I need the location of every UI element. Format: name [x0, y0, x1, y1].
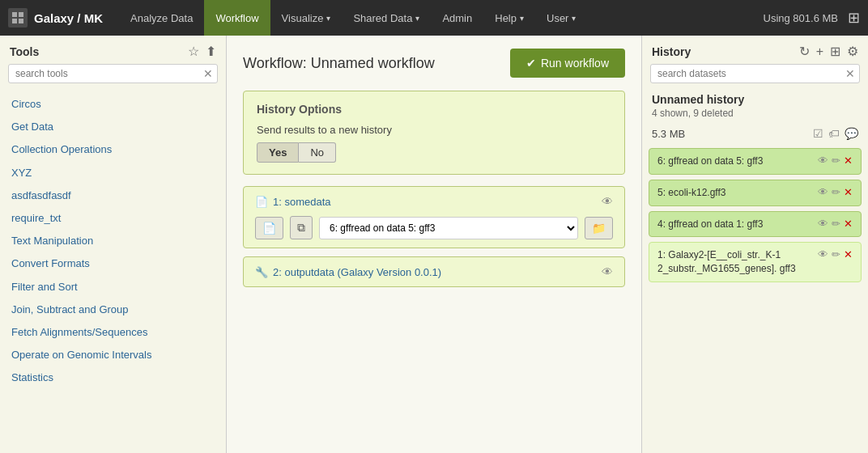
- upload-icon[interactable]: ⬆: [206, 44, 216, 59]
- star-icon[interactable]: ☆: [188, 44, 199, 59]
- history-item-4-delete[interactable]: ✕: [844, 218, 853, 230]
- tool-item-circos[interactable]: Circos: [0, 93, 226, 116]
- history-options-title: History Options: [257, 103, 611, 116]
- history-item-1-delete[interactable]: ✕: [844, 248, 853, 260]
- history-item-1-eye[interactable]: 👁: [818, 248, 828, 260]
- history-item-1-label: 1: Galaxy2-[E__coli_str._K-1 2_substr._M…: [657, 248, 811, 276]
- yes-no-group: Yes No: [257, 142, 611, 163]
- input1-copy-btn[interactable]: 📄: [255, 217, 283, 239]
- history-item-4-edit[interactable]: ✏: [832, 218, 840, 230]
- clear-search-icon[interactable]: ✕: [203, 67, 213, 80]
- output1-section: 🔧 2: outputdata (Galaxy Version 0.0.1) 👁: [243, 256, 625, 287]
- nav-shared-data[interactable]: Shared Data ▾: [342, 0, 431, 36]
- input1-select[interactable]: 6: gffread on data 5: gff3: [319, 217, 578, 239]
- tool-item-join-subtract[interactable]: Join, Subtract and Group: [0, 298, 226, 321]
- history-panel-icons: ↻ + ⊞ ⚙: [799, 44, 858, 59]
- shared-data-caret: ▾: [415, 14, 419, 23]
- tool-item-operate-genomic[interactable]: Operate on Genomic Intervals: [0, 344, 226, 366]
- tool-item-convert-formats[interactable]: Convert Formats: [0, 252, 226, 275]
- sidebar-icon-group: ☆ ⬆: [188, 44, 216, 59]
- input1-section: 📄 1: somedata 👁 📄 ⧉ 6: gffread on data 5…: [243, 186, 625, 248]
- search-tools-input[interactable]: [8, 64, 218, 83]
- tool-item-filter-sort[interactable]: Filter and Sort: [0, 276, 226, 298]
- history-item-1-edit[interactable]: ✏: [832, 248, 840, 260]
- clear-datasets-icon[interactable]: ✕: [845, 67, 855, 80]
- history-tag-icon[interactable]: 🏷: [828, 127, 840, 140]
- output1-header: 🔧 2: outputdata (Galaxy Version 0.0.1) 👁: [255, 265, 613, 278]
- history-size-icons: ☑ 🏷 💬: [813, 127, 858, 140]
- history-item-4-actions: 👁 ✏ ✕: [818, 218, 853, 230]
- input1-header: 📄 1: somedata 👁: [255, 195, 613, 208]
- sidebar-header: Tools ☆ ⬆: [0, 36, 226, 64]
- history-panel: History ↻ + ⊞ ⚙ ✕ Unnamed history 4 show…: [641, 36, 868, 453]
- history-item-4: 4: gffread on data 1: gff3 👁 ✏ ✕: [649, 211, 862, 238]
- history-item-5-eye[interactable]: 👁: [818, 186, 828, 198]
- tools-list: Circos Get Data Collection Operations XY…: [0, 90, 226, 453]
- history-meta: 4 shown, 9 deleted: [642, 108, 868, 124]
- tool-item-fetch-alignments[interactable]: Fetch Alignments/Sequences: [0, 321, 226, 344]
- output1-eye-icon[interactable]: 👁: [602, 265, 613, 278]
- svg-rect-3: [19, 19, 23, 23]
- history-items: 6: gffread on data 5: gff3 👁 ✏ ✕ 5: ecol…: [642, 143, 868, 453]
- logo-icon: [8, 8, 28, 28]
- user-caret: ▾: [572, 14, 576, 23]
- nav-analyze-data[interactable]: Analyze Data: [119, 0, 204, 36]
- no-button[interactable]: No: [299, 142, 336, 163]
- input1-label-text: 1: somedata: [273, 196, 331, 208]
- nav-admin[interactable]: Admin: [431, 0, 483, 36]
- topnav-right: Using 801.6 MB ⊞: [764, 9, 861, 27]
- tool-item-xyz[interactable]: XYZ: [0, 162, 226, 184]
- tool-item-text-manip[interactable]: Text Manipulation: [0, 230, 226, 252]
- input1-duplicate-btn[interactable]: ⧉: [290, 216, 313, 239]
- tools-sidebar: Tools ☆ ⬆ ✕ Circos Get Data Collection O…: [0, 36, 227, 453]
- app-logo[interactable]: Galaxy / MK: [8, 8, 103, 28]
- history-item-1-actions: 👁 ✏ ✕: [818, 248, 853, 260]
- history-item-6-edit[interactable]: ✏: [832, 155, 840, 167]
- history-item-4-eye[interactable]: 👁: [818, 218, 828, 230]
- content-area: Workflow: Unnamed workflow ✔ Run workflo…: [227, 36, 641, 453]
- svg-rect-0: [12, 12, 17, 17]
- logo-text: Galaxy / MK: [34, 11, 103, 25]
- input1-eye-icon[interactable]: 👁: [602, 195, 613, 208]
- wrench-icon: 🔧: [255, 266, 268, 278]
- nav-visualize[interactable]: Visualize ▾: [270, 0, 343, 36]
- history-item-5-actions: 👁 ✏ ✕: [818, 186, 853, 198]
- tool-item-statistics[interactable]: Statistics: [0, 366, 226, 389]
- history-options-box: History Options Send results to a new hi…: [243, 91, 625, 175]
- input1-folder-btn[interactable]: 📁: [585, 217, 613, 239]
- history-refresh-icon[interactable]: ↻: [799, 44, 810, 59]
- history-comment-icon[interactable]: 💬: [845, 127, 858, 140]
- tool-item-require-txt[interactable]: require_txt: [0, 207, 226, 230]
- tool-item-collection-ops[interactable]: Collection Operations: [0, 138, 226, 161]
- history-item-6-eye[interactable]: 👁: [818, 155, 828, 167]
- history-check-icon[interactable]: ☑: [813, 127, 823, 140]
- history-item-6-delete[interactable]: ✕: [844, 155, 853, 167]
- history-settings-icon[interactable]: ⚙: [847, 44, 858, 59]
- tools-search-box: ✕: [8, 64, 218, 83]
- input1-label[interactable]: 📄 1: somedata: [255, 196, 331, 208]
- nav-workflow[interactable]: Workflow: [204, 0, 270, 36]
- run-workflow-label: Run workflow: [541, 57, 609, 70]
- yes-button[interactable]: Yes: [257, 142, 299, 163]
- history-item-5-edit[interactable]: ✏: [832, 186, 840, 198]
- tool-item-get-data[interactable]: Get Data: [0, 116, 226, 138]
- nav-user[interactable]: User ▾: [535, 0, 587, 36]
- top-navigation: Galaxy / MK Analyze Data Workflow Visual…: [0, 0, 868, 36]
- grid-icon[interactable]: ⊞: [848, 9, 860, 27]
- nav-help[interactable]: Help ▾: [483, 0, 535, 36]
- history-size-row: 5.3 MB ☑ 🏷 💬: [642, 124, 868, 143]
- run-workflow-button[interactable]: ✔ Run workflow: [510, 49, 625, 78]
- output1-label[interactable]: 🔧 2: outputdata (Galaxy Version 0.0.1): [255, 266, 441, 278]
- search-datasets-input[interactable]: [650, 64, 860, 83]
- history-item-5-delete[interactable]: ✕: [844, 186, 853, 198]
- tool-item-asdf[interactable]: asdfasdfasdf: [0, 184, 226, 207]
- history-columns-icon[interactable]: ⊞: [830, 44, 840, 59]
- history-add-icon[interactable]: +: [816, 44, 823, 59]
- input1-data-row: 📄 ⧉ 6: gffread on data 5: gff3 📁: [255, 216, 613, 239]
- svg-rect-1: [19, 12, 23, 17]
- main-layout: Tools ☆ ⬆ ✕ Circos Get Data Collection O…: [0, 36, 868, 453]
- history-name: Unnamed history: [642, 90, 868, 108]
- workflow-title: Workflow: Unnamed workflow: [243, 55, 435, 72]
- send-results-label: Send results to a new history: [257, 124, 611, 136]
- history-panel-title: History: [652, 45, 691, 58]
